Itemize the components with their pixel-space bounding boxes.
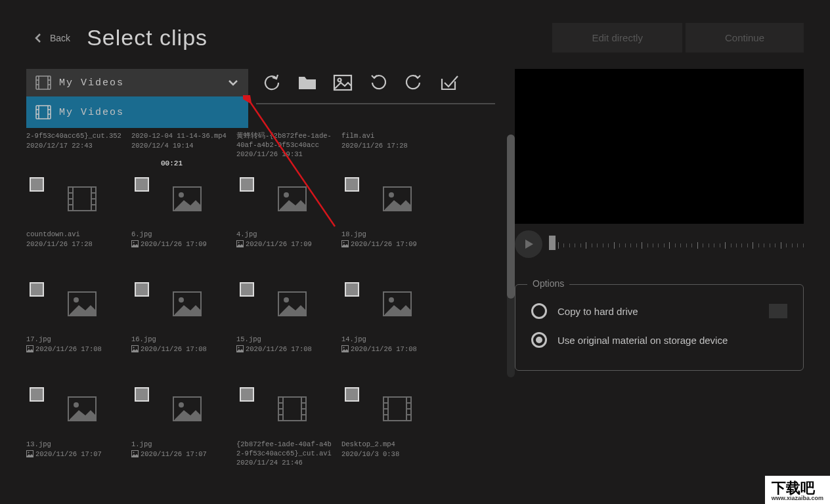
clip-item[interactable]: 15.jpg2020/11/26 17:08 [236,279,341,384]
folder-dropdown-item[interactable]: My Videos [26,96,248,128]
refresh-button[interactable] [256,69,288,96]
scrollbar-thumb[interactable] [507,135,515,299]
clip-thumbnail [236,174,328,226]
clip-item[interactable]: 18.jpg2020/11/26 17:09 [341,174,447,279]
rotate-left-button[interactable] [362,69,394,96]
image-view-button[interactable] [327,69,359,96]
clip-date: 2020/11/26 17:28 [341,142,440,150]
clip-date: 2020/11/26 17:08 [131,345,230,353]
clip-checkbox[interactable] [240,177,254,192]
select-all-button[interactable] [433,69,465,96]
clip-item[interactable]: countdown.avi2020/11/26 17:28 [26,174,131,279]
clip-checkbox[interactable] [345,387,359,402]
clip-checkbox[interactable] [345,282,359,297]
watermark: 下载吧 www.xiazaiba.com [765,476,830,504]
film-icon [35,105,51,119]
options-panel: Options Copy to hard drive Use original … [515,284,804,371]
clip-name: Desktop_2.mp4 [341,440,440,450]
clip-thumbnail [26,279,118,331]
clip-name: 13.jpg [26,440,125,450]
continue-button[interactable]: Continue [686,23,804,52]
svg-point-44 [133,347,135,348]
svg-point-15 [338,79,341,82]
clip-item[interactable]: 13.jpg2020/11/26 17:07 [26,384,131,489]
browse-folder-button[interactable] [769,304,787,318]
scrollbar[interactable] [507,135,515,377]
option-label: Use original material on storage device [557,335,728,346]
clip-item[interactable]: 1.jpg2020/11/26 17:07 [131,384,236,489]
clip-checkbox[interactable] [240,282,254,297]
clip-item[interactable]: 4.jpg2020/11/26 17:09 [236,174,341,279]
clip-name: 15.jpg [236,335,335,345]
clip-checkbox[interactable] [135,282,149,297]
clip-item[interactable]: 6.jpg2020/11/26 17:09 [131,174,236,279]
open-folder-button[interactable] [292,69,323,96]
clip-date: 2020/11/26 17:09 [131,240,230,248]
toolbar-divider [256,103,495,104]
clip-name: {2b872fee-1ade-40af-a4b2-9f53c40acc65}_c… [236,440,335,458]
clip-date: 2020/11/26 17:08 [341,345,440,353]
clip-name: 16.jpg [131,335,230,345]
svg-point-50 [389,297,394,303]
edit-directly-button[interactable]: Edit directly [552,23,682,52]
grid-row-1: 2-9f53c40acc65}_cut.352 2020/12/17 22:43… [26,128,447,158]
folder-dropdown[interactable]: My Videos [26,69,248,96]
rotate-left-icon [369,74,387,92]
svg-point-54 [74,402,79,408]
radio-unchecked[interactable] [531,303,547,319]
play-button[interactable] [515,230,542,258]
svg-point-38 [74,297,79,303]
clip-thumbnail [131,174,223,226]
svg-point-56 [28,452,30,453]
option-use-original[interactable]: Use original material on storage device [531,332,787,348]
clip-date: 2020/11/26 19:31 [236,150,335,158]
radio-checked[interactable] [531,332,547,348]
watermark-text: 下载吧 [772,480,815,496]
svg-point-42 [179,297,184,303]
svg-point-36 [343,242,345,243]
svg-point-52 [343,347,345,348]
chevron-left-icon [33,33,43,43]
timeline-ticks [558,243,804,249]
timeline[interactable] [549,234,804,254]
clip-name: 14.jpg [341,335,440,345]
clip-date: 2020/11/26 17:09 [236,240,335,248]
play-icon [523,238,535,250]
clip-name: 4.jpg [236,230,335,240]
watermark-url: www.xiazaiba.com [772,495,823,501]
clip-name: 黄蜂转码-{2b872fee-1ade-40af-a4b2-9f53c40acc [236,132,335,150]
rotate-right-button[interactable] [398,69,429,96]
back-button[interactable]: Back [33,33,70,43]
svg-point-34 [389,192,394,198]
right-panel: Options Copy to hard drive Use original … [515,69,804,371]
clip-checkbox[interactable] [30,282,44,297]
clip-checkbox[interactable] [345,177,359,192]
clip-item[interactable]: {2b872fee-1ade-40af-a4b2-9f53c40acc65}_c… [236,384,341,489]
clip-name: 1.jpg [131,440,230,450]
svg-point-28 [133,242,135,243]
clip-item[interactable]: 16.jpg2020/11/26 17:08 [131,279,236,384]
clip-thumbnail [341,279,433,331]
clip-checkbox[interactable] [135,387,149,402]
timeline-handle[interactable] [549,236,556,250]
clip-name: 17.jpg [26,335,125,345]
option-copy-to-drive[interactable]: Copy to hard drive [531,303,787,319]
transport-bar [515,230,804,258]
clip-checkbox[interactable] [30,177,44,192]
clip-checkbox[interactable] [30,387,44,402]
clip-item[interactable]: Desktop_2.mp42020/10/3 0:38 [341,384,447,489]
svg-point-40 [28,347,30,348]
clip-date: 2020/12/17 22:43 [26,142,125,150]
clip-thumbnail [131,384,223,436]
folder-icon [297,74,317,92]
back-label: Back [50,33,70,43]
clip-item[interactable]: 17.jpg2020/11/26 17:08 [26,279,131,384]
clip-name: 2-9f53c40acc65}_cut.352 [26,132,125,141]
clip-checkbox[interactable] [240,387,254,402]
clip-thumbnail [341,384,433,436]
clip-date: 2020/12/4 19:14 [131,142,230,150]
clip-date: 2020/11/26 17:28 [26,240,125,248]
clip-item[interactable]: 14.jpg2020/11/26 17:08 [341,279,447,384]
folder-selected-label: My Videos [59,77,124,89]
clip-checkbox[interactable] [135,177,149,192]
